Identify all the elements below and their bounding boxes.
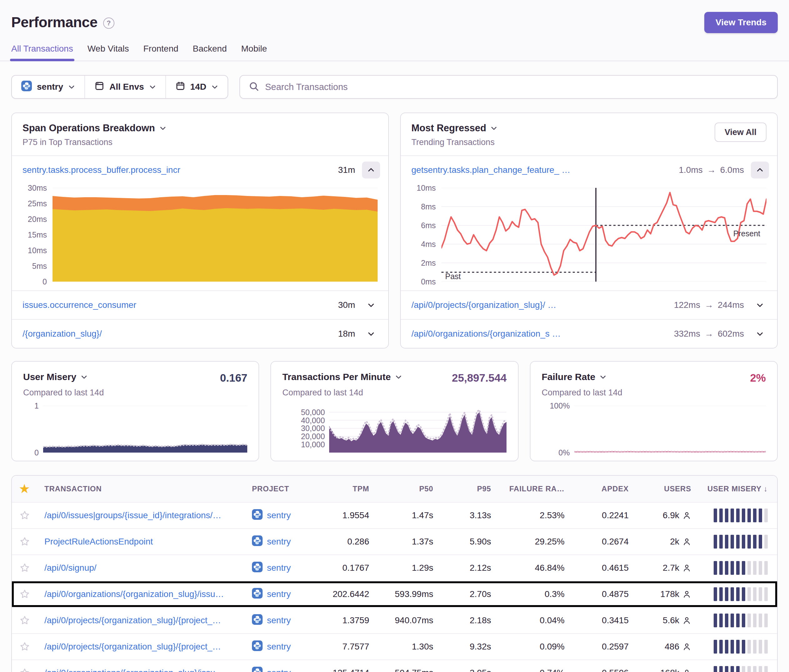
column-user-misery[interactable]: USER MISERY ↓	[691, 484, 768, 493]
expand-button[interactable]	[751, 326, 769, 342]
misery-bar	[742, 613, 745, 627]
failure-rate-card: Failure Rate 2% Compared to last 14d 100…	[530, 361, 778, 461]
project-link[interactable]: sentry	[267, 668, 291, 672]
transaction-link[interactable]: /api/0/organizations/{organization_slug}…	[45, 589, 252, 599]
column-p50[interactable]: P50	[369, 484, 433, 493]
user-misery-bars	[691, 587, 768, 601]
misery-bar	[719, 509, 723, 522]
transaction-link[interactable]: /api/0/projects/{organization_slug}/{pro…	[45, 615, 252, 626]
transaction-link[interactable]: /api/0/issues|groups/{issue_id}/integrat…	[45, 511, 252, 520]
tpm-value: 25,897.544	[452, 372, 506, 384]
regressed-transaction-link[interactable]: /api/0/projects/{organization_slug}/ …	[411, 300, 556, 310]
span-op-link[interactable]: /{organization_slug}/	[22, 329, 102, 339]
misery-bar	[764, 587, 768, 601]
user-icon	[682, 642, 691, 651]
search-input[interactable]	[265, 82, 768, 92]
transaction-cell: /api/0/signup/	[45, 563, 252, 573]
column-apdex[interactable]: APDEX	[565, 484, 629, 493]
span-op-link[interactable]: issues.occurrence_consumer	[22, 300, 136, 310]
misery-bar	[753, 613, 757, 627]
tab-backend[interactable]: Backend	[193, 44, 227, 61]
misery-bar	[730, 640, 734, 654]
environment-filter[interactable]: All Envs	[85, 76, 165, 98]
project-link[interactable]: sentry	[267, 563, 291, 573]
transaction-cell: /api/0/organizations/{organization_slug}…	[45, 668, 252, 672]
table-row[interactable]: /api/0/signup/sentry0.17671.29s2.12s46.8…	[12, 554, 777, 581]
collapse-button[interactable]	[751, 161, 769, 179]
favorites-column-star-icon[interactable]: ★	[19, 483, 45, 495]
project-link[interactable]: sentry	[267, 511, 291, 520]
tab-web-vitals[interactable]: Web Vitals	[88, 44, 129, 61]
misery-bar	[725, 640, 728, 654]
misery-bar	[753, 535, 757, 549]
table-row-highlighted[interactable]: /api/0/organizations/{organization_slug}…	[12, 581, 777, 607]
favorite-star-icon[interactable]	[19, 510, 45, 521]
transaction-link[interactable]: /api/0/projects/{organization_slug}/{pro…	[45, 642, 252, 652]
misery-bar	[736, 587, 739, 601]
regressed-panel-title-dropdown[interactable]: Most Regressed	[411, 123, 497, 134]
tpm-dropdown[interactable]: Transactions Per Minute	[282, 372, 402, 382]
regressed-transaction-link[interactable]: getsentry.tasks.plan_change_feature_ …	[411, 165, 570, 175]
misery-bar	[747, 587, 751, 601]
table-row[interactable]: ProjectRuleActionsEndpointsentry0.2861.3…	[12, 528, 777, 554]
user-misery-dropdown[interactable]: User Misery	[23, 372, 88, 382]
favorite-star-icon[interactable]	[19, 642, 45, 652]
failure-rate-cell: 0.04%	[491, 615, 565, 626]
column-users[interactable]: USERS	[629, 484, 691, 493]
chevron-down-icon	[395, 374, 402, 380]
project-link[interactable]: sentry	[267, 537, 291, 547]
view-all-button[interactable]: View All	[715, 123, 767, 142]
regressed-transaction-link[interactable]: /api/0/organizations/{organization_s …	[411, 329, 561, 339]
favorite-star-icon[interactable]	[19, 589, 45, 600]
table-row[interactable]: /api/0/projects/{organization_slug}/{pro…	[12, 607, 777, 633]
transaction-link[interactable]: ProjectRuleActionsEndpoint	[45, 537, 252, 547]
column-tpm[interactable]: TPM	[316, 484, 369, 493]
help-icon[interactable]: ?	[103, 18, 114, 29]
span-panel-title-dropdown[interactable]: Span Operations Breakdown	[22, 123, 166, 134]
transaction-cell: /api/0/projects/{organization_slug}/{pro…	[45, 615, 252, 626]
misery-bar	[764, 666, 768, 672]
favorite-star-icon[interactable]	[19, 563, 45, 573]
expand-button[interactable]	[362, 326, 380, 342]
column-failure-rate[interactable]: FAILURE RA…	[491, 484, 565, 493]
date-range-filter[interactable]: 14D	[165, 76, 228, 98]
tab-mobile[interactable]: Mobile	[241, 44, 267, 61]
favorite-star-icon[interactable]	[19, 615, 45, 626]
project-link[interactable]: sentry	[267, 642, 291, 652]
span-op-value: 18m	[338, 329, 355, 339]
table-row[interactable]: /api/0/projects/{organization_slug}/{pro…	[12, 633, 777, 659]
collapse-button[interactable]	[362, 161, 380, 179]
expand-button[interactable]	[362, 297, 380, 313]
tab-frontend[interactable]: Frontend	[143, 44, 178, 61]
tab-all-transactions[interactable]: All Transactions	[11, 44, 73, 61]
transaction-link[interactable]: /api/0/organizations/{organization_slug}…	[45, 668, 252, 672]
misery-bar	[747, 509, 751, 522]
project-cell: sentry	[252, 535, 316, 548]
table-row[interactable]: /api/0/organizations/{organization_slug}…	[12, 659, 777, 672]
table-row[interactable]: /api/0/issues|groups/{issue_id}/integrat…	[12, 502, 777, 528]
favorite-star-icon[interactable]	[19, 668, 45, 672]
project-filter[interactable]: sentry	[12, 76, 85, 98]
arrow-right-icon: →	[707, 165, 716, 175]
transaction-link[interactable]: /api/0/signup/	[45, 563, 252, 573]
project-link[interactable]: sentry	[267, 615, 291, 626]
misery-bar	[730, 587, 734, 601]
expand-button[interactable]	[751, 297, 769, 313]
favorite-star-icon[interactable]	[19, 536, 45, 547]
column-p95[interactable]: P95	[433, 484, 491, 493]
date-range-label: 14D	[190, 82, 206, 92]
chevron-down-icon	[149, 83, 156, 90]
failure-rate-dropdown[interactable]: Failure Rate	[542, 372, 607, 382]
column-transaction[interactable]: TRANSACTION	[45, 484, 252, 493]
column-project[interactable]: PROJECT	[252, 484, 316, 493]
transaction-search[interactable]	[240, 75, 778, 99]
failure-rate-cell: 29.25%	[491, 537, 565, 547]
project-link[interactable]: sentry	[267, 589, 291, 599]
tpm-cell: 7.7577	[316, 642, 369, 652]
users-cell: 178k	[629, 589, 691, 599]
view-trends-button[interactable]: View Trends	[704, 12, 778, 33]
apdex-cell: 0.2597	[565, 642, 629, 652]
failure-rate-value: 2%	[750, 372, 766, 384]
misery-bar	[759, 587, 762, 601]
span-op-link[interactable]: sentry.tasks.process_buffer.process_incr	[22, 165, 180, 175]
